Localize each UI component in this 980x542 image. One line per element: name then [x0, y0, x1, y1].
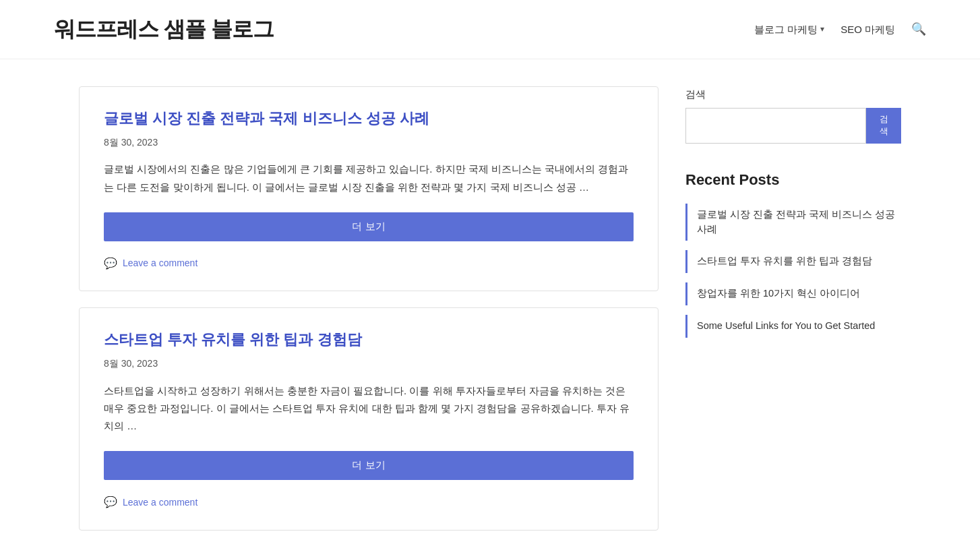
- search-button[interactable]: 검색: [866, 108, 901, 143]
- recent-posts-widget: Recent Posts 글로벌 시장 진출 전략과 국제 비즈니스 성공 사례…: [685, 168, 901, 338]
- search-input[interactable]: [685, 108, 866, 143]
- comment-icon: 💬: [104, 255, 117, 272]
- post-card: 글로벌 시장 진출 전략과 국제 비즈니스 성공 사례 8월 30, 2023 …: [79, 86, 659, 291]
- post-date: 8월 30, 2023: [104, 135, 634, 150]
- post-excerpt: 스타트업을 시작하고 성장하기 위해서는 충분한 자금이 필요합니다. 이를 위…: [104, 382, 634, 435]
- comment-link[interactable]: 💬 Leave a comment: [104, 493, 634, 511]
- main-nav: 블로그 마케팅 ▾ SEO 마케팅 🔍: [754, 20, 926, 39]
- nav-seo-marketing[interactable]: SEO 마케팅: [840, 22, 895, 38]
- list-item: 스타트업 투자 유치를 위한 팁과 경험담: [685, 250, 901, 273]
- post-excerpt: 글로벌 시장에서의 진출은 많은 기업들에게 큰 기회를 제공하고 있습니다. …: [104, 160, 634, 196]
- site-title: 워드프레스 샘플 블로그: [54, 12, 274, 47]
- main-content: 글로벌 시장 진출 전략과 국제 비즈니스 성공 사례 8월 30, 2023 …: [79, 86, 659, 542]
- read-more-button[interactable]: 더 보기: [104, 451, 634, 480]
- recent-post-link[interactable]: 글로벌 시장 진출 전략과 국제 비즈니스 성공 사례: [697, 208, 901, 237]
- comment-link[interactable]: 💬 Leave a comment: [104, 255, 634, 272]
- search-label: 검색: [685, 86, 901, 102]
- comment-icon: 💬: [104, 493, 117, 511]
- sidebar-search-widget: 검색 검색: [685, 86, 901, 143]
- page-wrap: 글로벌 시장 진출 전략과 국제 비즈니스 성공 사례 8월 30, 2023 …: [52, 86, 928, 542]
- list-item: 창업자를 위한 10가지 혁신 아이디어: [685, 282, 901, 305]
- list-item: Some Useful Links for You to Get Started: [685, 315, 901, 338]
- search-icon[interactable]: 🔍: [911, 20, 926, 39]
- post-date: 8월 30, 2023: [104, 356, 634, 371]
- recent-post-link[interactable]: Some Useful Links for You to Get Started: [697, 319, 901, 334]
- post-card: 스타트업 투자 유치를 위한 팁과 경험담 8월 30, 2023 스타트업을 …: [79, 307, 659, 531]
- read-more-button[interactable]: 더 보기: [104, 212, 634, 241]
- recent-post-link[interactable]: 창업자를 위한 10가지 혁신 아이디어: [697, 287, 901, 301]
- nav-blog-marketing[interactable]: 블로그 마케팅 ▾: [754, 22, 824, 38]
- sidebar: 검색 검색 Recent Posts 글로벌 시장 진출 전략과 국제 비즈니스…: [685, 86, 901, 542]
- recent-posts-list: 글로벌 시장 진출 전략과 국제 비즈니스 성공 사례 스타트업 투자 유치를 …: [685, 204, 901, 338]
- post-title[interactable]: 스타트업 투자 유치를 위한 팁과 경험담: [104, 330, 634, 351]
- recent-posts-title: Recent Posts: [685, 168, 901, 191]
- site-header: 워드프레스 샘플 블로그 블로그 마케팅 ▾ SEO 마케팅 🔍: [0, 0, 980, 59]
- recent-post-link[interactable]: 스타트업 투자 유치를 위한 팁과 경험담: [697, 254, 901, 269]
- list-item: 글로벌 시장 진출 전략과 국제 비즈니스 성공 사례: [685, 204, 901, 241]
- post-title[interactable]: 글로벌 시장 진출 전략과 국제 비즈니스 성공 사례: [104, 109, 634, 129]
- search-row: 검색: [685, 108, 901, 143]
- chevron-down-icon: ▾: [820, 23, 824, 36]
